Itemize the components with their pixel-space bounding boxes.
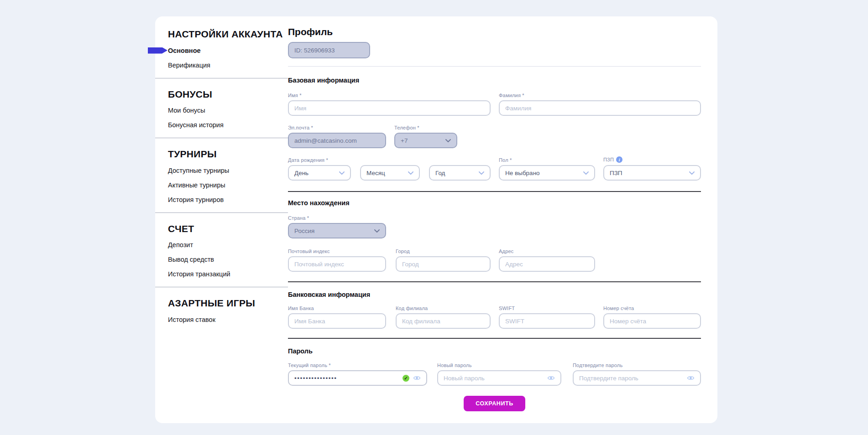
gender-select[interactable]: Не выбрано <box>499 165 595 181</box>
email-label: Эл.почта * <box>288 125 386 130</box>
swift-input[interactable] <box>505 318 589 325</box>
active-item-arrow-icon <box>148 47 167 54</box>
birth-day-group: Дата рождения * День <box>288 157 351 181</box>
bank-name-box <box>288 313 386 329</box>
country-select[interactable]: Россия <box>288 223 386 238</box>
account-settings-card: Настройки аккаунта Основное Верификация … <box>155 16 717 423</box>
city-input[interactable] <box>402 261 484 268</box>
bank-name-input[interactable] <box>294 318 380 325</box>
birth-month-select[interactable]: Месяц <box>360 165 420 181</box>
account-number-input[interactable] <box>610 318 695 325</box>
birth-month-value: Месяц <box>366 170 385 176</box>
save-button[interactable]: СОХРАНИТЬ <box>464 396 525 411</box>
divider <box>288 66 701 67</box>
info-icon[interactable]: i <box>616 156 622 163</box>
branch-code-input[interactable] <box>402 318 484 325</box>
sidebar-item-label: Бонусная история <box>168 121 224 129</box>
phone-field-group: Телефон * +7 <box>394 125 457 148</box>
branch-code-box <box>396 313 491 329</box>
name-row: Имя * Фамилия * <box>288 93 701 116</box>
gender-label: Пол * <box>499 157 595 163</box>
pzp-field-group: ПЗП i ПЗП <box>603 156 701 181</box>
save-button-row: СОХРАНИТЬ <box>288 396 701 411</box>
sidebar-item-transaction-history[interactable]: История транзакций <box>155 270 288 278</box>
chevron-down-icon <box>689 171 695 175</box>
sidebar-item-active-tournaments[interactable]: Активные турниры <box>155 181 288 189</box>
chevron-down-icon <box>339 171 345 175</box>
sidebar-item-main[interactable]: Основное <box>155 47 288 54</box>
first-name-input[interactable] <box>294 105 484 112</box>
toggle-password-visibility-button[interactable] <box>413 375 421 381</box>
valid-check-icon: ✓ <box>403 375 409 382</box>
email-value: admin@catcasino.com <box>294 137 357 144</box>
sidebar-item-label: Депозит <box>168 241 193 249</box>
address-field-group: Адрес <box>499 249 595 272</box>
section-title-password: Пароль <box>288 347 701 355</box>
eye-icon <box>413 375 421 381</box>
current-password-label: Текущий пароль * <box>288 362 427 368</box>
swift-field-group: SWIFT <box>499 306 595 329</box>
phone-label: Телефон * <box>394 125 457 130</box>
country-label: Страна * <box>288 215 386 221</box>
sidebar-item-available-tournaments[interactable]: Доступные турниры <box>155 167 288 174</box>
account-number-box <box>603 313 701 329</box>
birth-year-select[interactable]: Год <box>429 165 491 181</box>
phone-code-value: +7 <box>401 137 408 144</box>
chevron-down-icon <box>374 229 380 233</box>
new-password-label: Новый пароль <box>437 362 561 368</box>
birth-day-select[interactable]: День <box>288 165 351 181</box>
swift-label: SWIFT <box>499 306 595 311</box>
postal-field-group: Почтовый индекс <box>288 249 386 272</box>
gender-field-group: Пол * Не выбрано <box>499 157 595 181</box>
sidebar-item-deposit[interactable]: Депозит <box>155 241 288 249</box>
postal-label: Почтовый индекс <box>288 249 386 254</box>
new-password-field-group: Новый пароль <box>437 362 561 386</box>
eye-icon <box>547 375 555 381</box>
last-name-input[interactable] <box>505 105 695 112</box>
sidebar-group-account-settings: Настройки аккаунта <box>155 28 288 40</box>
user-id-field: ID: 526906933 <box>288 42 370 58</box>
last-name-box <box>499 100 701 116</box>
sidebar-group-tournaments: Турниры <box>155 148 288 160</box>
birth-gender-pzp-row: Дата рождения * День Месяц <box>288 156 701 181</box>
country-value: Россия <box>294 228 314 234</box>
sidebar-divider <box>155 287 288 287</box>
sidebar-item-my-bonuses[interactable]: Мои бонусы <box>155 107 288 114</box>
sidebar-item-verification[interactable]: Верификация <box>155 62 288 69</box>
phone-code-select[interactable]: +7 <box>394 133 457 148</box>
section-title-location: Место нахождения <box>288 199 701 207</box>
address-input[interactable] <box>505 261 589 268</box>
bank-row: Имя Банка Код филиала SWIFT Номер счёта <box>288 306 701 329</box>
city-field-group: Город <box>396 249 491 272</box>
postal-box <box>288 256 386 272</box>
sidebar-group-account: Счет <box>155 223 288 235</box>
toggle-password-visibility-button[interactable] <box>687 375 695 381</box>
gender-value: Не выбрано <box>505 170 540 176</box>
sidebar-item-label: Мои бонусы <box>168 107 205 114</box>
sidebar-item-label: Верификация <box>168 62 210 69</box>
pzp-value: ПЗП <box>610 170 622 176</box>
profile-main: Профиль ID: 526906933 Базовая информация… <box>288 16 717 423</box>
new-password-input[interactable] <box>444 375 547 382</box>
section-title-bank: Банковская информация <box>288 291 701 298</box>
user-id-value: ID: 526906933 <box>294 47 335 54</box>
confirm-password-input[interactable] <box>579 375 687 382</box>
postal-input[interactable] <box>294 261 380 268</box>
email-field-group: Эл.почта * admin@catcasino.com <box>288 125 386 148</box>
sidebar-item-bet-history[interactable]: История ставок <box>155 316 288 323</box>
toggle-password-visibility-button[interactable] <box>547 375 555 381</box>
sidebar-item-label: Активные турниры <box>168 181 225 189</box>
sidebar-nav: Настройки аккаунта Основное Верификация … <box>155 16 288 423</box>
sidebar-item-withdrawal[interactable]: Вывод средств <box>155 256 288 263</box>
confirm-password-field-group: Подтвердите пароль <box>573 362 701 386</box>
birth-year-group: Год <box>429 165 491 181</box>
chevron-down-icon <box>479 171 484 175</box>
section-divider <box>288 281 701 282</box>
sidebar-item-bonus-history[interactable]: Бонусная история <box>155 121 288 129</box>
sidebar-item-tournament-history[interactable]: История турниров <box>155 196 288 203</box>
sidebar-divider <box>155 138 288 138</box>
current-password-input[interactable] <box>294 375 399 382</box>
new-password-box <box>437 370 561 386</box>
pzp-select[interactable]: ПЗП <box>603 165 701 181</box>
sidebar-divider <box>155 78 288 78</box>
